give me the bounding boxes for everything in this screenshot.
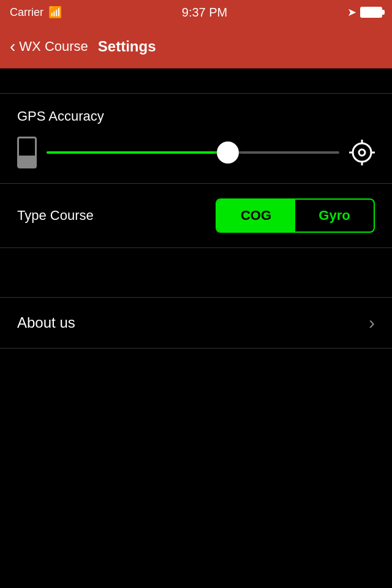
divider-about-bottom xyxy=(0,348,392,349)
wifi-icon: 📶 xyxy=(48,6,62,19)
slider-container xyxy=(17,137,375,168)
type-course-label: Type Course xyxy=(17,208,94,224)
carrier-label: Carrier xyxy=(10,6,43,19)
battery-icon xyxy=(360,7,382,18)
type-course-section: Type Course COG Gyro xyxy=(0,184,392,247)
nav-bar: ‹ WX Course Settings xyxy=(0,24,392,69)
slider-track xyxy=(47,151,339,154)
about-us-row[interactable]: About us › xyxy=(0,298,392,348)
status-bar: Carrier 📶 9:37 PM ➤ xyxy=(0,0,392,24)
middle-gap2 xyxy=(0,273,392,297)
status-left: Carrier 📶 xyxy=(10,6,62,19)
battery-fill xyxy=(19,156,35,167)
seg-option-gyro[interactable]: Gyro xyxy=(295,200,374,232)
seg-option-cog[interactable]: COG xyxy=(217,200,295,232)
crosshair-icon xyxy=(349,140,375,165)
about-us-label: About us xyxy=(17,314,75,331)
middle-gap xyxy=(0,248,392,273)
back-arrow-icon: ‹ xyxy=(10,37,15,56)
gps-accuracy-label: GPS Accuracy xyxy=(17,108,375,124)
slider-fill xyxy=(47,151,228,154)
slider-wrapper[interactable] xyxy=(47,140,339,165)
svg-point-0 xyxy=(353,143,371,162)
course-type-segmented-control[interactable]: COG Gyro xyxy=(216,198,375,233)
location-icon: ➤ xyxy=(347,6,356,19)
back-button-label: WX Course xyxy=(19,39,88,55)
page-title: Settings xyxy=(98,38,156,55)
status-right: ➤ xyxy=(347,6,382,19)
gps-accuracy-section: GPS Accuracy xyxy=(0,94,392,183)
status-time: 9:37 PM xyxy=(182,6,227,20)
svg-point-1 xyxy=(359,149,365,156)
top-gap xyxy=(0,69,392,93)
slider-thumb[interactable] xyxy=(217,141,239,164)
gps-low-icon xyxy=(17,137,37,168)
chevron-right-icon: › xyxy=(369,312,375,333)
back-button[interactable]: ‹ WX Course xyxy=(10,37,88,56)
